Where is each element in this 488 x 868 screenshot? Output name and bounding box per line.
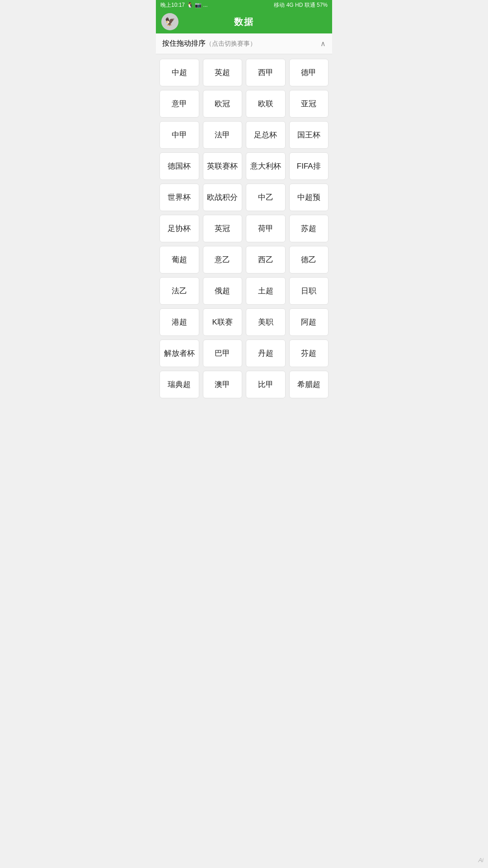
league-item[interactable]: 中超 bbox=[160, 59, 199, 86]
avatar[interactable]: 🦅 bbox=[161, 13, 178, 30]
status-left: 晚上10:17 🐧 📷 ... bbox=[160, 1, 208, 9]
page-title: 数据 bbox=[234, 16, 254, 28]
league-item[interactable]: 国王杯 bbox=[289, 121, 329, 149]
league-item[interactable]: 足协杯 bbox=[160, 215, 199, 242]
sort-main-text: 按住拖动排序 bbox=[162, 39, 206, 47]
league-item[interactable]: 芬超 bbox=[289, 340, 329, 367]
league-item[interactable]: 巴甲 bbox=[203, 340, 243, 367]
league-item[interactable]: 法甲 bbox=[203, 121, 243, 149]
league-item[interactable]: 欧冠 bbox=[203, 90, 243, 118]
league-item[interactable]: 欧联 bbox=[246, 90, 286, 118]
league-item[interactable]: 日职 bbox=[289, 277, 329, 305]
league-item[interactable]: FIFA排 bbox=[289, 152, 329, 180]
collapse-icon[interactable]: ∧ bbox=[320, 39, 326, 48]
league-item[interactable]: 亚冠 bbox=[289, 90, 329, 118]
league-item[interactable]: 俄超 bbox=[203, 277, 243, 305]
league-item[interactable]: 世界杯 bbox=[160, 184, 199, 211]
avatar-emoji: 🦅 bbox=[165, 17, 175, 27]
status-time: 晚上10:17 bbox=[160, 1, 185, 9]
league-item[interactable]: 德乙 bbox=[289, 246, 329, 274]
league-item[interactable]: 港超 bbox=[160, 308, 199, 336]
status-icons: 🐧 📷 ... bbox=[187, 2, 208, 8]
league-item[interactable]: 意乙 bbox=[203, 246, 243, 274]
league-item[interactable]: 阿超 bbox=[289, 308, 329, 336]
app-header: 🦅 数据 bbox=[156, 10, 332, 33]
league-item[interactable]: 瑞典超 bbox=[160, 371, 199, 398]
league-item[interactable]: 中超预 bbox=[289, 184, 329, 211]
league-item[interactable]: 葡超 bbox=[160, 246, 199, 274]
league-item[interactable]: 英冠 bbox=[203, 215, 243, 242]
league-item[interactable]: 丹超 bbox=[246, 340, 286, 367]
league-item[interactable]: 美职 bbox=[246, 308, 286, 336]
league-item[interactable]: 英联赛杯 bbox=[203, 152, 243, 180]
sort-bar[interactable]: 按住拖动排序（点击切换赛事） ∧ bbox=[156, 33, 332, 54]
league-item[interactable]: 土超 bbox=[246, 277, 286, 305]
league-item[interactable]: 西乙 bbox=[246, 246, 286, 274]
status-bar: 晚上10:17 🐧 📷 ... 移动 4G HD 联通 57% bbox=[156, 0, 332, 10]
league-item[interactable]: 荷甲 bbox=[246, 215, 286, 242]
league-item[interactable]: 英超 bbox=[203, 59, 243, 86]
sort-bar-label: 按住拖动排序（点击切换赛事） bbox=[162, 39, 256, 48]
league-item[interactable]: 德国杯 bbox=[160, 152, 199, 180]
league-item[interactable]: 中甲 bbox=[160, 121, 199, 149]
league-item[interactable]: 西甲 bbox=[246, 59, 286, 86]
league-item[interactable]: 解放者杯 bbox=[160, 340, 199, 367]
league-item[interactable]: 意甲 bbox=[160, 90, 199, 118]
league-item[interactable]: 中乙 bbox=[246, 184, 286, 211]
status-carrier: 移动 4G HD 联通 57% bbox=[274, 1, 328, 9]
league-item[interactable]: 希腊超 bbox=[289, 371, 329, 398]
league-item[interactable]: 法乙 bbox=[160, 277, 199, 305]
league-item[interactable]: 意大利杯 bbox=[246, 152, 286, 180]
status-right: 移动 4G HD 联通 57% bbox=[274, 1, 328, 9]
league-item[interactable]: 苏超 bbox=[289, 215, 329, 242]
league-item[interactable]: 比甲 bbox=[246, 371, 286, 398]
league-item[interactable]: 德甲 bbox=[289, 59, 329, 86]
league-item[interactable]: 欧战积分 bbox=[203, 184, 243, 211]
sort-sub-text: （点击切换赛事） bbox=[206, 40, 256, 47]
league-item[interactable]: 澳甲 bbox=[203, 371, 243, 398]
league-item[interactable]: K联赛 bbox=[203, 308, 243, 336]
league-grid: 中超英超西甲德甲意甲欧冠欧联亚冠中甲法甲足总杯国王杯德国杯英联赛杯意大利杯FIF… bbox=[156, 54, 332, 403]
league-item[interactable]: 足总杯 bbox=[246, 121, 286, 149]
